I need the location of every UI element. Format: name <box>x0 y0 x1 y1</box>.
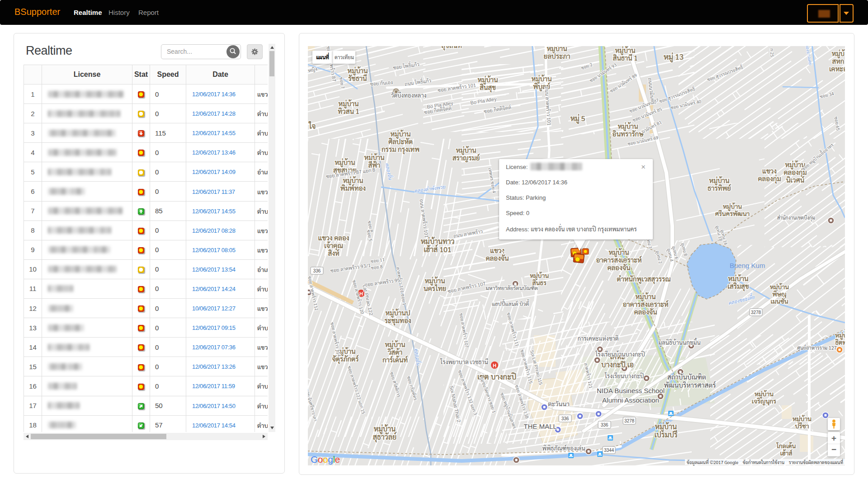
svg-text:336: 336 <box>313 268 321 273</box>
svg-text:สราญรมย์: สราญรมย์ <box>453 153 481 163</box>
svg-text:วัดบึงทองหลาง: วัดบึงทองหลาง <box>391 91 427 99</box>
svg-text:ยลประภา: ยลประภา <box>544 52 571 60</box>
svg-text:จัตุรภักตร์: จัตุรภักตร์ <box>332 354 359 364</box>
svg-text:สินธานี 1: สินธานี 1 <box>613 53 637 62</box>
svg-text:คลองกุ่ม: คลองกุ่ม <box>758 174 781 184</box>
svg-text:336: 336 <box>561 416 569 421</box>
svg-text:โรงเรียนบางกะปิ: โรงเรียนบางกะปิ <box>604 372 644 380</box>
svg-text:THE MALL: THE MALL <box>524 422 557 430</box>
svg-text:ก 25: ก 25 <box>769 48 776 57</box>
svg-text:สุธาวัลย์: สุธาวัลย์ <box>373 432 397 443</box>
svg-text:เฮ้าส์: เฮ้าส์ <box>780 449 793 457</box>
svg-text:มูลนิธิบ้านนกขมิ้น: มูลนิธิบ้านนกขมิ้น <box>658 338 701 347</box>
svg-text:NIDA Business School: NIDA Business School <box>597 387 665 394</box>
svg-text:การ์เด้นท์: การ์เด้นท์ <box>382 355 408 364</box>
svg-text:ตำหนักพูเวสสุวรรณ: ตำหนักพูเวสสุวรรณ <box>617 274 671 284</box>
svg-text:เปรมปรี: เปรมปรี <box>654 430 677 439</box>
svg-text:พิมพ์ทอง: พิมพ์ทอง <box>340 183 366 192</box>
svg-text:หมู่ 5: หมู่ 5 <box>571 113 585 124</box>
svg-text:คลองจั่น: คลองจั่น <box>607 261 631 272</box>
svg-text:สำนักงานเขตบึงกุ่ม: สำนักงานเขตบึงกุ่ม <box>777 214 815 222</box>
svg-text:3278: 3278 <box>624 418 635 423</box>
svg-text:คลองจั่น: คลองจั่น <box>634 305 657 316</box>
svg-text:นครไทย: นครไทย <box>424 284 446 292</box>
svg-text:Bueng Kum: Bueng Kum <box>730 262 765 269</box>
svg-text:เสริมสุข: เสริมสุข <box>727 282 749 291</box>
svg-text:ระชุมทอง: ระชุมทอง <box>384 316 411 326</box>
svg-text:336: 336 <box>601 422 609 427</box>
svg-text:ศรีนครพัฒนา: ศรีนครพัฒนา <box>715 209 750 217</box>
svg-text:สินสุข: สินสุข <box>480 83 496 93</box>
svg-text:ศูนย์อาหารราม 127: ศูนย์อาหารราม 127 <box>797 344 837 352</box>
svg-text:ใจ: ใจ <box>308 121 316 131</box>
svg-text:โรงเรียนบ้านบางกะปิ: โรงเรียนบ้านบางกะปิ <box>595 350 645 358</box>
svg-text:บางกะปิ เอ: บางกะปิ เอ <box>601 360 634 369</box>
svg-text:การเคหะแห่งชาติ: การเคหะแห่งชาติ <box>578 334 619 342</box>
svg-text:Alumni Association: Alumni Association <box>602 396 659 404</box>
svg-text:คลองจั่น: คลองจั่น <box>486 252 509 262</box>
svg-text:H: H <box>493 363 496 368</box>
svg-text:เคหะอ: เคหะอ <box>829 64 845 73</box>
svg-text:3278: 3278 <box>751 310 761 315</box>
svg-text:แฮปปี้แลนด์ บิวตี้: แฮปปี้แลนด์ บิวตี้ <box>492 299 529 307</box>
svg-text:อินทรารักษ์: อินทรารักษ์ <box>612 129 644 138</box>
svg-text:ปรีชา: ปรีชา <box>795 422 809 430</box>
svg-text:สถาบันบัณฑิต: สถาบันบัณฑิต <box>667 372 706 381</box>
svg-text:หมู่ 13: หมู่ 13 <box>664 52 684 63</box>
svg-text:ธารทิพย์: ธารทิพย์ <box>708 183 731 192</box>
svg-text:เมนชั่น: เมนชั่น <box>770 296 788 305</box>
svg-text:พิพิธภัณฑ์ของเล่น: พิพิธภัณฑ์ของเล่น <box>542 444 585 452</box>
svg-text:นิเวศน์: นิเวศน์ <box>786 175 805 184</box>
svg-text:รัชธานี: รัชธานี <box>348 74 367 82</box>
svg-text:ตะวันนา: ตะวันนา <box>548 399 570 408</box>
svg-text:ทิวสน 1: ทิวสน 1 <box>338 107 359 115</box>
svg-text:กรรม กรุงเทพ: กรรม กรุงเทพ <box>382 145 420 155</box>
svg-text:สิงห์: สิงห์ <box>328 249 340 257</box>
svg-text:3344: 3344 <box>604 448 614 453</box>
svg-text:โรงพยาบาล เวชธานี: โรงพยาบาล เวชธานี <box>440 358 488 366</box>
svg-text:เจริญนุกร: เจริญนุกร <box>752 397 777 406</box>
svg-text:เฮ้าส์ 101: เฮ้าส์ 101 <box>424 244 451 254</box>
svg-text:พัฒนบริหารศาสตร์: พัฒนบริหารศาสตร์ <box>664 380 716 389</box>
svg-text:มหาวิทยาลัยรัตนบัณฑิต: มหาวิทยาลัยรัตนบัณฑิต <box>486 284 538 291</box>
